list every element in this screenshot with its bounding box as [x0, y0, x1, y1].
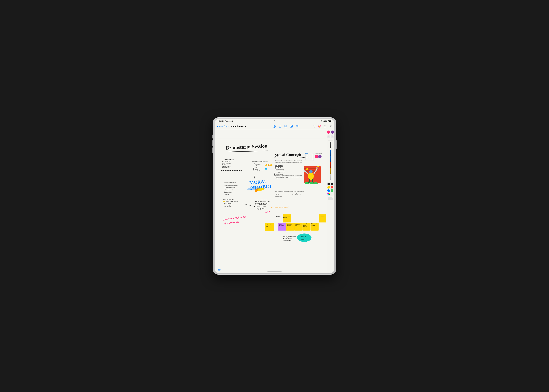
svg-text:Food: Food — [255, 167, 257, 168]
battery-percentage: 100% — [323, 120, 327, 122]
title-chevron-icon — [245, 126, 246, 127]
neighborhood-history-sticky: Neighborhood — [295, 224, 300, 225]
back-button[interactable]: Mural Project — [217, 125, 229, 127]
nav-tools: A — [273, 125, 299, 128]
blue-pen-tool-2[interactable] — [330, 156, 331, 162]
sticker-tool-button[interactable] — [313, 125, 316, 128]
document-tool-button[interactable] — [278, 125, 282, 128]
interview-sticky: Interview — [279, 224, 282, 225]
pencil-icon — [273, 125, 276, 128]
share-button[interactable] — [323, 125, 327, 128]
canvas-area[interactable]: Brainstorm Session Mural Concepts Color … — [215, 129, 334, 273]
svg-point-11 — [313, 126, 314, 126]
color-palette-label: Color Palette — [315, 153, 322, 154]
svg-point-71 — [306, 168, 307, 169]
svg-rect-8 — [296, 125, 298, 127]
svg-text:- ask local residents for inpu: - ask local residents for input — [224, 185, 238, 186]
swatch-blue[interactable] — [327, 189, 330, 192]
draw-tool-button[interactable] — [273, 125, 276, 128]
text-tool-button[interactable]: A — [290, 125, 293, 128]
undo-button[interactable]: ↺ — [327, 135, 330, 138]
svg-text:A: A — [291, 126, 292, 127]
narration-1: This needs to be a project about a sense… — [275, 160, 303, 163]
palette-dot-pink — [315, 155, 318, 158]
swatch-black[interactable] — [327, 183, 330, 185]
blue-pen-tool[interactable] — [330, 150, 331, 156]
status-left: 9:41 AM Tue Oct 18 — [218, 120, 233, 122]
swatch-red[interactable] — [331, 186, 333, 189]
toolbar-divider-2 — [328, 149, 333, 149]
edit-button[interactable] — [329, 125, 332, 128]
active-colors — [327, 131, 334, 134]
image-tool-button[interactable] — [296, 125, 299, 128]
swatch-spectrum[interactable] — [327, 193, 330, 195]
compensation-title: COMPENSATION — [224, 159, 234, 161]
wifi-icon — [320, 120, 323, 122]
second-round-sticky: 2nd round w/ — [311, 223, 317, 224]
active-color-purple[interactable] — [331, 131, 334, 134]
swatch-black-2[interactable] — [331, 183, 333, 185]
home-indicator — [267, 272, 282, 272]
svg-text:history: history — [295, 225, 298, 226]
svg-text:- ArtGood: - ArtGood — [256, 209, 261, 210]
sketches-sticky: Sketches — [320, 216, 324, 217]
first-round-sticky: 1st round w/ — [303, 223, 308, 224]
svg-point-15 — [320, 126, 320, 126]
sticker-icon — [313, 125, 316, 128]
orange-pen-tool[interactable] — [330, 168, 331, 174]
svg-text:ACCT. NAME IDEAS:: ACCT. NAME IDEAS: — [255, 204, 267, 205]
svg-point-66 — [309, 170, 313, 173]
battery-fill — [328, 121, 331, 122]
svg-text:Site 'Before' photos: Site 'Before' photos — [276, 172, 285, 173]
back-chevron-icon — [217, 125, 218, 127]
paint-location-text: Paint the first — [301, 236, 306, 237]
image-icon — [296, 125, 299, 128]
date: Tue Oct 18 — [225, 120, 233, 122]
svg-text:Aled - Painter: Aled - Painter — [224, 206, 231, 207]
more-tools-button[interactable]: ··· — [328, 197, 333, 200]
svg-text:🌐: 🌐 — [265, 168, 267, 170]
svg-text:Carson - Comm. Outreach: Carson - Comm. Outreach — [225, 201, 238, 202]
red-pen-tool[interactable] — [330, 162, 331, 168]
svg-point-72 — [307, 168, 307, 169]
community-activation-title: Community Activation — [223, 182, 236, 183]
edit-icon — [329, 125, 332, 128]
swatch-green[interactable] — [331, 189, 333, 192]
drawing-toolbar: ↺ ↻ — [326, 129, 334, 273]
narration-2: Yes! 100%! — thinking we might partner w… — [275, 175, 304, 180]
svg-point-68 — [310, 182, 314, 184]
svg-text:Community: Community — [255, 164, 261, 165]
svg-text:Inclusion: Inclusion — [255, 165, 259, 167]
shapes-tool-button[interactable] — [284, 125, 287, 128]
svg-text:mural art on: mural art on — [301, 237, 306, 238]
svg-text:Susan - Logistics: Susan - Logistics — [224, 204, 232, 206]
svg-text:local residents: local residents — [279, 225, 284, 226]
svg-point-70 — [306, 168, 308, 170]
research-sticky: Research Local — [283, 216, 290, 217]
ipad-device: 9:41 AM Tue Oct 18 100% — [213, 117, 336, 275]
svg-text:History: History — [255, 169, 259, 170]
redo-button[interactable]: ↻ — [331, 135, 334, 138]
palette-tool-button[interactable] — [318, 125, 321, 128]
svg-point-13 — [318, 125, 321, 127]
black-pen-tool[interactable] — [330, 142, 331, 148]
art-highlight-label: what should the art highlight? — [252, 161, 268, 162]
svg-text:- get youth volunteers to: - get youth volunteers to — [224, 187, 235, 188]
svg-text:information: information — [287, 225, 291, 226]
team-label: Team: Michael - Lead — [223, 199, 234, 200]
svg-text:SOCIAL-MEDIA ACCT. TO: SOCIAL-MEDIA ACCT. TO — [255, 201, 270, 202]
canvas-content: Brainstorm Session Mural Concepts Color … — [215, 129, 326, 273]
eraser-tool[interactable] — [330, 174, 331, 180]
active-color-pink[interactable] — [327, 131, 330, 134]
svg-text:- Murals 4 Change: - Murals 4 Change — [256, 208, 265, 209]
svg-text:from highschool: from highschool — [224, 192, 232, 193]
svg-text:revisions: revisions — [311, 225, 315, 226]
svg-text:THEIR TIME.: THEIR TIME. — [222, 164, 228, 165]
color-swatches — [327, 182, 334, 196]
svg-text:🙂: 🙂 — [223, 201, 225, 203]
svg-text:location!: location! — [301, 238, 305, 240]
shapes-icon — [284, 125, 287, 128]
svg-text:- MURALS 4 GOOD: - MURALS 4 GOOD — [256, 206, 266, 207]
back-label: Mural Project — [219, 125, 229, 127]
swatch-yellow[interactable] — [327, 186, 330, 189]
